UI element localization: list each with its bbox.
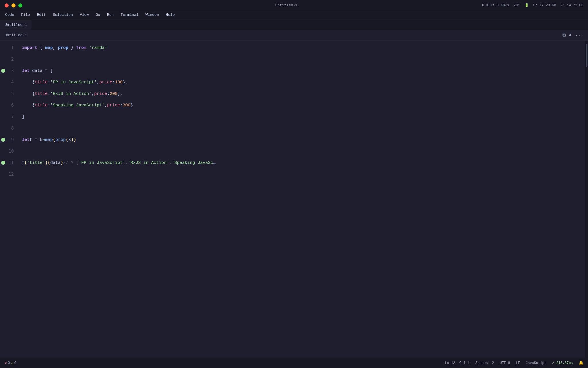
code-line-8 — [22, 122, 581, 134]
titlebar: Untitled-1 0 KB/s 0 KB/s 28° 🔋 U: 17.28 … — [0, 0, 588, 11]
error-icon: ⊗ — [5, 361, 7, 365]
gutter-line-1: 1 — [0, 42, 17, 53]
code-line-4: { title : 'FP in JavaScript' , price : 1… — [22, 76, 581, 88]
menu-selection[interactable]: Selection — [50, 12, 76, 18]
network-stats: 0 KB/s 0 KB/s — [482, 3, 509, 7]
menu-help[interactable]: Help — [163, 12, 177, 18]
storage-f: F: 14.72 GB — [561, 3, 583, 7]
gutter-line-8: 8 — [0, 122, 17, 134]
temperature: 28° — [514, 3, 520, 7]
maximize-button[interactable] — [18, 3, 22, 7]
gutter-line-4: 4 — [0, 76, 17, 88]
editor-main: 1 2 3 4 5 6 7 8 — [0, 41, 588, 358]
code-line-11: f ( 'title' )( data ) // ? [ 'FP in Java… — [22, 157, 581, 168]
breakpoint-3[interactable] — [1, 69, 5, 73]
breakpoint-9[interactable] — [1, 138, 5, 142]
menu-edit[interactable]: Edit — [34, 12, 49, 18]
eol[interactable]: LF — [516, 361, 520, 365]
error-count: 0 — [8, 361, 10, 365]
gutter-line-6: 6 — [0, 99, 17, 111]
notifications-icon[interactable]: 🔔 — [579, 361, 583, 365]
titlebar-right: 0 KB/s 0 KB/s 28° 🔋 U: 17.28 GB F: 14.72… — [482, 3, 583, 7]
error-status[interactable]: ⊗ 0 △ 0 — [5, 361, 16, 365]
code-line-6: { title : 'Speaking JavaScript' , price … — [22, 99, 581, 111]
performance-status: ✓ 215.67ms — [552, 361, 573, 365]
menu-file[interactable]: File — [18, 12, 33, 18]
code-line-2 — [22, 53, 581, 65]
menu-run[interactable]: Run — [104, 12, 117, 18]
gutter-line-10: 10 — [0, 145, 17, 157]
indentation[interactable]: Spaces: 2 — [475, 361, 494, 365]
statusbar-right: Ln 12, Col 1 Spaces: 2 UTF-8 LF JavaScri… — [445, 361, 583, 365]
code-line-12 — [22, 168, 581, 180]
more-options-icon[interactable]: ··· — [575, 33, 583, 38]
tab-bar: Untitled-1 — [0, 19, 588, 30]
split-editor-icon[interactable]: ⧉ — [562, 32, 566, 38]
encoding[interactable]: UTF-8 — [500, 361, 510, 365]
breakpoint-11[interactable] — [1, 161, 5, 165]
menu-window[interactable]: Window — [143, 12, 162, 18]
language-mode[interactable]: JavaScript — [526, 361, 546, 365]
titlebar-left — [5, 3, 91, 7]
menu-terminal[interactable]: Terminal — [118, 12, 141, 18]
editor-actions: ⧉ ● ··· — [562, 32, 583, 38]
menu-bar: Code File Edit Selection View Go Run Ter… — [0, 11, 588, 19]
warning-icon: △ — [11, 361, 13, 365]
code-line-9: let f = k ⇒ map ( prop ( k )) — [22, 134, 581, 145]
minimize-button[interactable] — [11, 3, 16, 7]
circle-icon: ● — [569, 33, 572, 38]
tab-label: Untitled-1 — [5, 23, 27, 27]
warning-count: 0 — [14, 361, 16, 365]
storage-u: U: 17.28 GB — [533, 3, 556, 7]
menu-go[interactable]: Go — [93, 12, 103, 18]
code-editor[interactable]: import { map , prop } from 'ramda' let d… — [17, 41, 585, 358]
code-line-3: let data = [ — [22, 65, 581, 76]
close-button[interactable] — [5, 3, 9, 7]
vertical-scrollbar[interactable] — [585, 41, 588, 358]
gutter-line-11: 11 — [0, 157, 17, 168]
window-title: Untitled-1 — [91, 3, 482, 7]
gutter-line-7: 7 — [0, 111, 17, 122]
menu-code[interactable]: Code — [2, 12, 17, 18]
gutter-line-3: 3 — [0, 65, 17, 76]
code-line-1: import { map , prop } from 'ramda' — [22, 42, 581, 53]
statusbar-left: ⊗ 0 △ 0 — [5, 361, 16, 365]
gutter-line-5: 5 — [0, 88, 17, 99]
line-gutter: 1 2 3 4 5 6 7 8 — [0, 41, 17, 358]
editor-container: Untitled-1 Untitled-1 ⧉ ● ··· 1 2 3 4 — [0, 19, 588, 358]
code-line-10 — [22, 145, 581, 157]
gutter-line-12: 12 — [0, 168, 17, 180]
menu-view[interactable]: View — [77, 12, 92, 18]
statusbar: ⊗ 0 △ 0 Ln 12, Col 1 Spaces: 2 UTF-8 LF … — [0, 358, 588, 368]
editor-header: Untitled-1 ⧉ ● ··· — [0, 30, 588, 41]
code-line-5: { title : 'RxJS in Action' , price : 200… — [22, 88, 581, 99]
code-line-7: ] — [22, 111, 581, 122]
cursor-position[interactable]: Ln 12, Col 1 — [445, 361, 469, 365]
tab-untitled-1[interactable]: Untitled-1 — [0, 20, 32, 30]
gutter-line-2: 2 — [0, 53, 17, 65]
battery-icon: 🔋 — [525, 3, 529, 7]
gutter-line-9: 9 — [0, 134, 17, 145]
editor-breadcrumb: Untitled-1 — [5, 33, 27, 37]
scrollbar-thumb[interactable] — [586, 44, 587, 67]
